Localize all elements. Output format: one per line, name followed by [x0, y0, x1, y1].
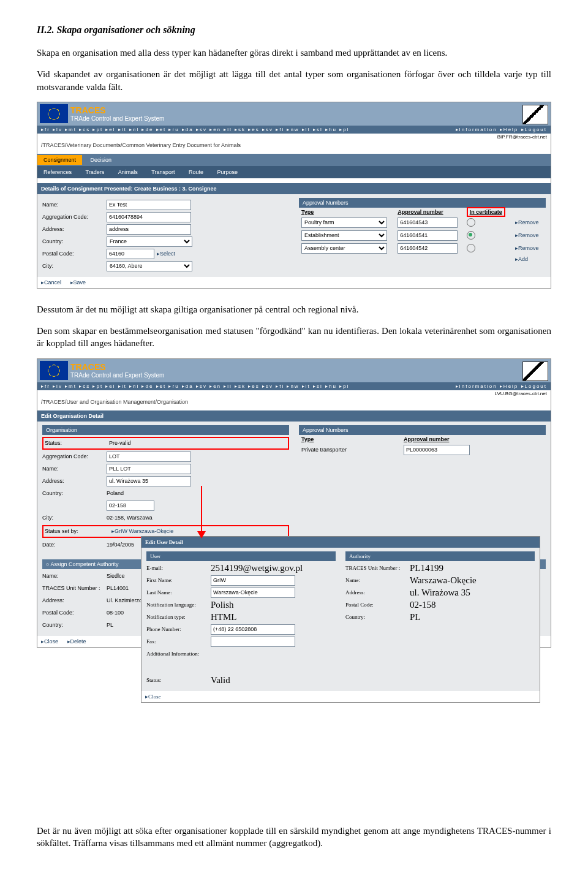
add-link[interactable]: ▸Add [513, 256, 530, 262]
tab-row-1: Consignment Decision [37, 154, 551, 166]
lang-list[interactable]: ▸fr ▸lv ▸mt ▸cs ▸pt ▸el ▸it ▸nl ▸de ▸et … [41, 384, 349, 389]
aca-name-value: Siedlce [107, 573, 125, 579]
ln-input[interactable] [211, 588, 295, 598]
tab-purpose[interactable]: Purpose [211, 167, 244, 177]
remove-link[interactable]: ▸Remove [513, 219, 541, 225]
type-select[interactable]: Establishment [301, 230, 387, 241]
name-input[interactable] [107, 200, 191, 210]
th-num: Approval number [401, 435, 546, 444]
tab-animals[interactable]: Animals [112, 167, 144, 177]
doc-heading: II.2. Skapa organisationer och sökning [37, 25, 551, 36]
tab-consignment[interactable]: Consignment [37, 155, 82, 165]
type-select[interactable]: Assembly center [301, 243, 387, 254]
ph-label: Phone Number: [146, 626, 211, 632]
a-name-label: Name: [345, 577, 410, 583]
top-links[interactable]: ▸Information ▸Help ▸Logout [456, 384, 547, 389]
remove-link[interactable]: ▸Remove [513, 245, 541, 251]
city-label: City: [42, 515, 107, 521]
status-label: Status: [45, 440, 109, 446]
detail-panel: Name: Aggregation Code: Address: Country… [37, 194, 551, 277]
eud-close-link[interactable]: ▸Close [145, 694, 161, 700]
addr-input[interactable] [107, 476, 191, 486]
city-label: City: [42, 263, 107, 269]
agg-input[interactable] [107, 212, 191, 222]
fax-label: Fax: [146, 638, 211, 645]
aca-tun-value: PL14001 [107, 585, 129, 591]
type-select[interactable]: Poultry farm [301, 217, 387, 228]
tab-references[interactable]: References [37, 167, 78, 177]
aca-tun-label: TRACES Unit Number : [42, 585, 107, 591]
postal-input[interactable] [107, 501, 154, 511]
lang-list[interactable]: ▸fr ▸lv ▸mt ▸cs ▸pt ▸el ▸it ▸nl ▸de ▸et … [41, 127, 349, 132]
num-input[interactable] [398, 230, 458, 241]
ph-input[interactable] [211, 624, 295, 635]
th-type: Type [299, 208, 395, 216]
cert-radio[interactable] [467, 231, 475, 240]
agg-label: Aggregation Code: [42, 214, 107, 220]
top-links[interactable]: ▸Information ▸Help ▸Logout [456, 127, 547, 132]
num-input[interactable] [398, 243, 458, 254]
footer-links: ▸Cancel ▸Save [37, 277, 551, 288]
ustatus-value: Valid [211, 675, 230, 686]
name-label: Name: [42, 202, 107, 208]
setby-link[interactable]: ▸GrIW Warszawa-Okęcie [109, 528, 176, 534]
lang-bar: ▸fr ▸lv ▸mt ▸cs ▸pt ▸el ▸it ▸nl ▸de ▸et … [37, 126, 551, 134]
eud-footer: ▸Close [141, 691, 540, 702]
table-row: Assembly center ▸Remove [299, 242, 546, 255]
tab-transport[interactable]: Transport [145, 167, 181, 177]
agg-input[interactable] [107, 452, 191, 462]
aca-country-label: Country: [42, 622, 107, 628]
breadcrumb: /TRACES/User and Organisation Management… [37, 397, 551, 407]
approval-section: Approval Numbers [299, 425, 546, 435]
postal-select-link[interactable]: ▸Select [154, 251, 178, 257]
eu-flag-icon [40, 361, 68, 380]
addr-label: Address: [42, 478, 107, 484]
a-tun-value: PL14199 [410, 563, 443, 573]
a-postal-value: 02-158 [410, 600, 436, 610]
a-country-value: PL [410, 612, 421, 622]
table-row: Establishment ▸Remove [299, 229, 546, 242]
doc-para-1: Skapa en organisation med alla dess type… [37, 47, 551, 59]
tab-decision[interactable]: Decision [85, 155, 118, 165]
close-link[interactable]: ▸Close [41, 638, 58, 645]
aca-postal-label: Postal Code: [42, 610, 107, 616]
authority-section: Authority [345, 551, 535, 561]
fax-input[interactable] [211, 637, 295, 647]
delete-link[interactable]: ▸Delete [67, 638, 86, 645]
tab-route[interactable]: Route [183, 167, 209, 177]
cert-radio[interactable] [467, 218, 475, 227]
app-subtitle: TRAde Control and Expert System [70, 372, 164, 379]
cancel-link[interactable]: ▸Cancel [41, 279, 61, 285]
city-value: 02-158, Warszawa [107, 515, 153, 521]
postal-input[interactable] [107, 249, 154, 259]
cert-radio[interactable] [467, 244, 475, 252]
email-value: 2514199@wetgiw.gov.pl [211, 563, 303, 573]
th-num: Approval number [395, 208, 464, 216]
approval-table: Type Approval number In certificate Poul… [299, 208, 546, 263]
remove-link[interactable]: ▸Remove [513, 232, 541, 238]
city-select[interactable]: 64160, Abere [107, 261, 192, 271]
tab-traders[interactable]: Traders [80, 167, 111, 177]
edit-user-detail: Edit User Detail User E-mail:2514199@wet… [141, 536, 540, 703]
approval-section: Approval Numbers [299, 198, 546, 208]
aca-country-value: PL [107, 622, 113, 628]
num-input[interactable] [398, 217, 458, 228]
doc-para-2: Vid skapandet av organisationen är det m… [37, 68, 551, 93]
save-link[interactable]: ▸Save [70, 279, 86, 285]
addr-input[interactable] [107, 224, 191, 235]
lang-bar: ▸fr ▸lv ▸mt ▸cs ▸pt ▸el ▸it ▸nl ▸de ▸et … [37, 382, 551, 390]
agg-label: Aggregation Code: [42, 453, 107, 459]
fn-input[interactable] [211, 575, 295, 586]
country-label: Country: [42, 238, 107, 244]
doc-para-4: Den som skapar en bestämmelseorganisatio… [37, 325, 551, 350]
country-select[interactable]: France [107, 236, 192, 247]
cow-icon [522, 361, 548, 381]
edit-org-title: Edit Organisation Detail [37, 410, 551, 422]
name-input[interactable] [107, 464, 191, 474]
app-title: TRACES [70, 362, 164, 372]
num-input[interactable] [404, 445, 470, 455]
nt-label: Notification type: [146, 614, 211, 620]
cow-icon [522, 105, 548, 124]
table-row: Private transporter [299, 444, 546, 456]
aca-name-label: Name: [42, 573, 107, 579]
